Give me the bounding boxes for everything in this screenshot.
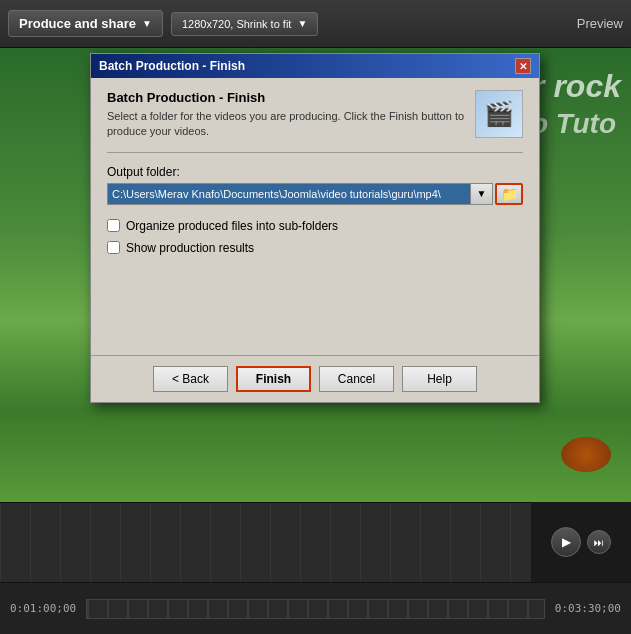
dialog-header-icon: 🎬: [475, 90, 523, 138]
folder-dropdown-button[interactable]: ▼: [471, 183, 493, 205]
playback-controls: ▶ ⏭: [531, 502, 631, 582]
help-button[interactable]: Help: [402, 366, 477, 392]
resolution-arrow: ▼: [297, 18, 307, 29]
skip-forward-button[interactable]: ⏭: [587, 530, 611, 554]
dialog-header-section: Batch Production - Finish Select a folde…: [107, 90, 523, 140]
resolution-button[interactable]: 1280x720, Shrink to fit ▼: [171, 12, 318, 36]
dialog-titlebar: Batch Production - Finish ✕: [91, 54, 539, 78]
folder-input-row: ▼ 📁: [107, 183, 523, 205]
dialog-close-button[interactable]: ✕: [515, 58, 531, 74]
folder-path-input[interactable]: [107, 183, 471, 205]
folder-browse-icon: 📁: [501, 186, 518, 202]
dialog-header-title: Batch Production - Finish: [107, 90, 467, 105]
output-folder-label: Output folder:: [107, 165, 523, 179]
organize-checkbox-row: Organize produced files into sub-folders: [107, 219, 523, 233]
produce-share-button[interactable]: Produce and share ▼: [8, 10, 163, 37]
batch-production-dialog: Batch Production - Finish ✕ Batch Produc…: [90, 53, 540, 403]
dialog-overlay: Batch Production - Finish ✕ Batch Produc…: [0, 48, 631, 502]
timecode-right: 0:03:30;00: [555, 602, 621, 615]
produce-share-arrow: ▼: [142, 18, 152, 29]
finish-button[interactable]: Finish: [236, 366, 311, 392]
dialog-title: Batch Production - Finish: [99, 59, 245, 73]
timeline-track[interactable]: [86, 599, 545, 619]
dialog-header-text: Batch Production - Finish Select a folde…: [107, 90, 467, 140]
preview-label: Preview: [577, 16, 623, 31]
dialog-footer: < Back Finish Cancel Help: [91, 355, 539, 402]
dialog-header-desc: Select a folder for the videos you are p…: [107, 109, 467, 140]
back-button[interactable]: < Back: [153, 366, 228, 392]
dialog-separator: [107, 152, 523, 153]
show-results-checkbox-row: Show production results: [107, 241, 523, 255]
organize-checkbox-label: Organize produced files into sub-folders: [126, 219, 338, 233]
organize-checkbox[interactable]: [107, 219, 120, 232]
show-results-checkbox[interactable]: [107, 241, 120, 254]
cancel-button[interactable]: Cancel: [319, 366, 394, 392]
produce-share-label: Produce and share: [19, 16, 136, 31]
top-toolbar: Produce and share ▼ 1280x720, Shrink to …: [0, 0, 631, 48]
resolution-label: 1280x720, Shrink to fit: [182, 18, 291, 30]
play-button[interactable]: ▶: [551, 527, 581, 557]
timecode-left: 0:01:00;00: [10, 602, 76, 615]
dialog-spacer: [107, 263, 523, 343]
folder-browse-button[interactable]: 📁: [495, 183, 523, 205]
dialog-body: Batch Production - Finish Select a folde…: [91, 78, 539, 355]
show-results-checkbox-label: Show production results: [126, 241, 254, 255]
timecode-bar: 0:01:00;00 0:03:30;00: [0, 582, 631, 634]
